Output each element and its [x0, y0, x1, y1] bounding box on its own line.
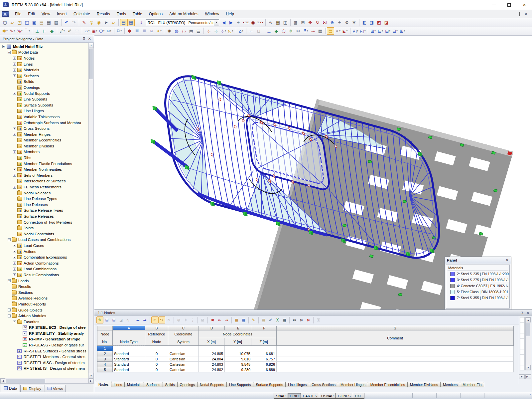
- table-cell[interactable]: 4: [97, 362, 113, 367]
- table-tab-members[interactable]: Members: [441, 382, 460, 387]
- tree-item-line-release-types[interactable]: Line Release Types: [0, 196, 88, 202]
- isometric-view-icon[interactable]: ⬒: [188, 27, 195, 35]
- material-legend-item[interactable]: 4: Concrete C30/37 | EN 1992-1-: [448, 283, 508, 289]
- tree-expander-icon[interactable]: +: [13, 250, 16, 253]
- mdi-restore-button[interactable]: [519, 12, 520, 16]
- close-icon[interactable]: ✕: [88, 37, 91, 41]
- tree-item-add-on-modules[interactable]: −Add-on Modules: [0, 313, 88, 319]
- new-window-icon[interactable]: ▱: [110, 19, 117, 26]
- tree-item-member-hinges[interactable]: +Member Hinges: [0, 131, 88, 137]
- mesh-settings-icon[interactable]: ⊞: [299, 19, 307, 26]
- table-row[interactable]: 3Standard0Cartesian24.8049.8106.757: [97, 356, 514, 362]
- results-section-icon[interactable]: ✂: [295, 27, 302, 35]
- solid-tool-icon[interactable]: ⬡▾: [98, 27, 105, 35]
- tree-item-solids[interactable]: Solids: [0, 79, 88, 85]
- tree-item-rf-steel-ec3-design-of-stee[interactable]: ECRF-STEEL EC3 - Design of stee: [0, 325, 88, 331]
- table-cell[interactable]: [277, 346, 514, 351]
- load-case-combo[interactable]: RC1 - ELU (STR/GEO) - Permanente / tra▼: [146, 19, 219, 26]
- tree-item-line-releases[interactable]: Line Releases: [0, 202, 88, 208]
- table-cell[interactable]: 10.075: [225, 351, 252, 356]
- tree-expander-icon[interactable]: +: [13, 244, 16, 247]
- column-header[interactable]: X [m]: [199, 338, 224, 345]
- table-cell[interactable]: 24.805: [199, 351, 225, 356]
- save-icon[interactable]: ▣: [31, 19, 38, 26]
- tree-expander-icon[interactable]: +: [13, 133, 16, 136]
- material-legend-item[interactable]: 2: Steel S 235 | EN 1993-1-1:200: [448, 271, 508, 277]
- table-tab-lines[interactable]: Lines: [111, 382, 125, 387]
- tree-item-intersections-of-surfaces[interactable]: Intersections of Surfaces: [0, 178, 88, 184]
- scroll-up-icon[interactable]: ▲: [89, 43, 93, 48]
- tree-item-rf-steel-surfaces-general-stress[interactable]: ◆RF-STEEL Surfaces - General stress: [0, 348, 88, 354]
- table-cell[interactable]: Standard: [113, 351, 145, 356]
- notes-icon[interactable]: ▤: [260, 316, 267, 323]
- close-button[interactable]: ✕: [517, 0, 532, 10]
- tree-item-member-nonlinearities[interactable]: +Member Nonlinearities: [0, 166, 88, 172]
- generate-misc-icon[interactable]: ✦▾: [155, 27, 163, 35]
- clipboard-icon[interactable]: ▤: [38, 19, 45, 26]
- tree-item-rf-glass-design-of-glass-sur[interactable]: ▱RF-GLASS - Design of glass sur: [0, 342, 88, 348]
- table-show-icon[interactable]: ▤: [120, 19, 127, 26]
- scroll-down-icon[interactable]: ▼: [89, 373, 93, 378]
- panel-toggle-icon[interactable]: ◫: [282, 19, 289, 26]
- color-scale-icon[interactable]: ◣▾: [341, 27, 349, 35]
- tree-item-connection-of-two-members[interactable]: Connection of Two Members: [0, 219, 88, 225]
- table-tab-member-divisions[interactable]: Member Divisions: [408, 382, 441, 387]
- member-new-icon[interactable]: ⊥: [34, 27, 41, 35]
- project-object-icon[interactable]: ⊕: [329, 19, 336, 26]
- scrollbar-thumb[interactable]: [526, 323, 530, 336]
- display-nav-icon[interactable]: ▤: [327, 27, 334, 35]
- tree-expander-icon[interactable]: −: [8, 51, 11, 54]
- table-cell[interactable]: [113, 346, 145, 351]
- column-header[interactable]: [113, 330, 145, 338]
- tree-expander-icon[interactable]: +: [13, 63, 16, 66]
- results-solid-icon[interactable]: ⬡: [280, 27, 287, 35]
- tree-expander-icon[interactable]: +: [13, 273, 16, 276]
- column-letter-E[interactable]: E: [225, 326, 252, 330]
- column-header[interactable]: Reference: [145, 330, 168, 338]
- tree-item-actions[interactable]: +Actions: [0, 249, 88, 255]
- tree-expander-icon[interactable]: −: [8, 314, 11, 317]
- table-tab-line-supports[interactable]: Line Supports: [227, 382, 253, 387]
- tree-item-fe-mesh-refinements[interactable]: +FE Mesh Refinements: [0, 184, 88, 190]
- tree-item-guide-objects[interactable]: +Guide Objects: [0, 307, 88, 313]
- column-letter-A[interactable]: A: [113, 326, 145, 330]
- surface-new-icon[interactable]: ◆: [48, 27, 56, 35]
- menu-item-view[interactable]: View: [38, 10, 54, 18]
- guide-line-icon[interactable]: ⌐: [248, 27, 255, 35]
- table-tab-member-eccentricities[interactable]: Member Eccentricities: [368, 382, 408, 387]
- member-table-icon[interactable]: ⊩: [41, 27, 48, 35]
- tree-item-member-elastic-foundations[interactable]: Member Elastic Foundations: [0, 161, 88, 167]
- tree-item-results[interactable]: Results: [0, 284, 88, 290]
- tree-item-rf-steel-is-design-of-steel-mem[interactable]: ISRF-STEEL IS - Design of steel mem: [0, 366, 88, 372]
- fe-mesh-icon[interactable]: ▩: [292, 19, 299, 26]
- results-grid-icon[interactable]: ⠿▾: [302, 27, 309, 35]
- visibility-1-icon[interactable]: ◰▾: [352, 27, 359, 35]
- jump-left-icon[interactable]: ⬅: [134, 316, 141, 323]
- move-object-icon[interactable]: ✥: [307, 19, 314, 26]
- guide-dim-icon[interactable]: ⊔: [255, 27, 262, 35]
- zoom-window-icon[interactable]: ◍: [173, 27, 180, 35]
- status-toggle-dxf[interactable]: DXF: [353, 393, 364, 399]
- table-cell[interactable]: Cartesian: [168, 362, 199, 367]
- table-cell[interactable]: 9.810: [225, 356, 252, 362]
- table-cell[interactable]: [225, 346, 252, 351]
- pin-icon[interactable]: ⊼: [521, 311, 523, 315]
- three-icon[interactable]: ⋮: [189, 316, 196, 323]
- table-tab-materials[interactable]: Materials: [125, 382, 144, 387]
- show-values-icon[interactable]: ⌖: [235, 19, 242, 26]
- axes-xz-icon[interactable]: ⊹▾: [220, 27, 227, 35]
- table-tab-member-hinges[interactable]: Member Hinges: [338, 382, 368, 387]
- tree-expander-icon[interactable]: +: [13, 174, 16, 177]
- selection-box-icon[interactable]: ⬚: [73, 27, 80, 35]
- tree-item-average-regions[interactable]: Average Regions: [0, 296, 88, 301]
- view-4-icon[interactable]: ◪: [383, 19, 390, 26]
- tree-item-member-divisions[interactable]: Member Divisions: [0, 143, 88, 149]
- pick-icon[interactable]: ➤: [102, 19, 110, 26]
- redo-icon[interactable]: ↷: [70, 19, 77, 26]
- table-tab-cross-sections[interactable]: Cross-Sections: [309, 382, 338, 387]
- star-icon[interactable]: ✳: [182, 316, 189, 323]
- tree-item-orthotropic-surfaces-and-membra[interactable]: Orthotropic Surfaces and Membra: [0, 120, 88, 126]
- tree-expander-icon[interactable]: +: [13, 74, 16, 77]
- dimension-icon[interactable]: ⤢▾: [59, 27, 66, 35]
- tree-item-nodal-supports[interactable]: +Nodal Supports: [0, 91, 88, 97]
